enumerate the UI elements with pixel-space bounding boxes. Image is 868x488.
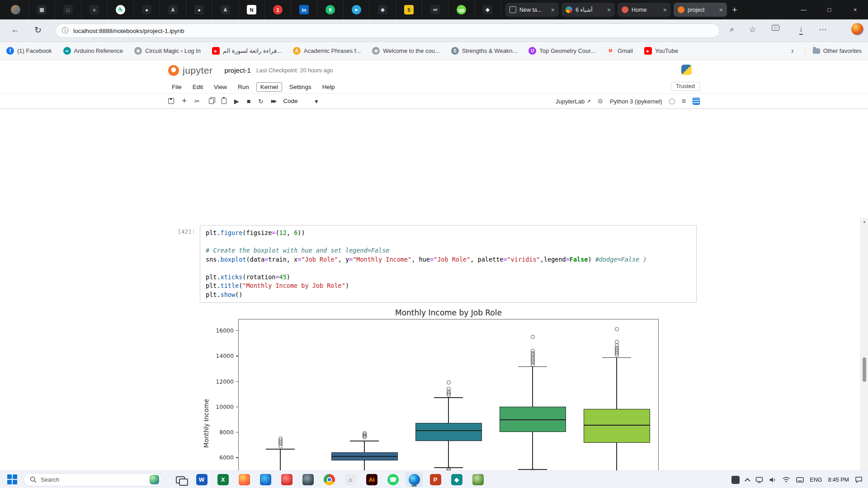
scrollbar-up-arrow[interactable]: ▲ bbox=[863, 220, 866, 224]
illustrator-icon[interactable]: Ai bbox=[363, 472, 380, 487]
open-jupyterlab-link[interactable]: JupyterLab ↗ bbox=[556, 98, 591, 105]
bookmark-item[interactable]: SStrengths & Weakn... bbox=[451, 47, 518, 55]
gear-icon[interactable]: ⚙ bbox=[597, 98, 603, 105]
menu-item-file[interactable]: File bbox=[168, 83, 185, 91]
add-cell-button[interactable]: + bbox=[182, 96, 187, 106]
url-bar[interactable]: ⓘ localhost:8888/notebooks/project-1.ipy… bbox=[55, 23, 720, 38]
pinned-tab-16[interactable]: 5 bbox=[396, 0, 422, 19]
pinned-tab-7[interactable]: ♟ bbox=[160, 0, 186, 19]
pinned-tab-8[interactable]: ● bbox=[186, 0, 212, 19]
tab-close-icon[interactable]: × bbox=[551, 7, 555, 13]
task-view-button[interactable] bbox=[172, 472, 189, 487]
start-button[interactable] bbox=[7, 474, 17, 484]
powerpoint-icon[interactable]: P bbox=[427, 472, 444, 487]
app-icon-gray[interactable] bbox=[299, 472, 316, 487]
notifications-icon[interactable] bbox=[855, 476, 863, 483]
touch-keyboard-icon[interactable] bbox=[796, 477, 804, 483]
pinned-tab-17[interactable]: ılıl bbox=[422, 0, 448, 19]
restart-kernel-button[interactable]: ↻ bbox=[258, 98, 264, 105]
app-icon-teal[interactable]: ◆ bbox=[448, 472, 465, 487]
notebook-panel-icon[interactable] bbox=[693, 98, 700, 105]
run-cell-button[interactable]: ▶ bbox=[234, 98, 239, 105]
app-icon-olive[interactable] bbox=[469, 472, 486, 487]
more-menu-icon[interactable]: ⋯ bbox=[819, 25, 826, 34]
bookmark-item[interactable]: f(1) Facebook bbox=[6, 47, 52, 55]
edge-icon[interactable] bbox=[406, 472, 423, 487]
photos-icon[interactable] bbox=[278, 472, 295, 487]
search-icon[interactable]: ⌕ bbox=[730, 25, 734, 34]
clock[interactable]: 8:45 PM bbox=[828, 477, 849, 483]
back-icon[interactable]: ← bbox=[11, 25, 19, 35]
pinned-tab-13[interactable]: fi bbox=[317, 0, 344, 19]
downloads-icon[interactable]: ↓ bbox=[799, 25, 803, 35]
tab-close-icon[interactable]: × bbox=[719, 7, 723, 13]
chrome-icon[interactable] bbox=[321, 472, 338, 487]
app-icon-light[interactable]: ⌂ bbox=[342, 472, 359, 487]
cut-cell-button[interactable]: ✂ bbox=[194, 98, 200, 105]
refresh-icon[interactable]: ↻ bbox=[34, 25, 42, 35]
trusted-badge[interactable]: Trusted bbox=[671, 82, 700, 91]
bookmark-item[interactable]: MGmail bbox=[607, 47, 633, 55]
volume-icon[interactable] bbox=[769, 477, 776, 483]
tray-app-icon[interactable] bbox=[731, 476, 740, 484]
tab-close-icon[interactable]: × bbox=[607, 7, 611, 13]
pinned-tab-11[interactable]: 1 bbox=[265, 0, 291, 19]
pinned-tab-10[interactable]: N bbox=[239, 0, 265, 19]
pinned-tab-19[interactable]: ◆ bbox=[475, 0, 501, 19]
notebook-title[interactable]: project-1 bbox=[225, 66, 251, 74]
page-scrollbar[interactable]: ▲ bbox=[860, 218, 868, 488]
tab-close-icon[interactable]: × bbox=[663, 7, 667, 13]
profile-avatar[interactable] bbox=[851, 23, 863, 35]
pinned-tab-18[interactable]: up bbox=[448, 0, 475, 19]
minimize-button[interactable]: — bbox=[791, 0, 816, 19]
pinned-tab-6[interactable]: ● bbox=[134, 0, 160, 19]
pinned-tab-15[interactable]: ◈ bbox=[370, 0, 396, 19]
bookmark-item[interactable]: ▸YouTube bbox=[644, 47, 678, 55]
pinned-tab-14[interactable]: ▸ bbox=[344, 0, 370, 19]
save-button[interactable] bbox=[168, 98, 174, 104]
menu-item-run[interactable]: Run bbox=[234, 83, 253, 91]
paste-cell-button[interactable] bbox=[222, 98, 226, 104]
language-indicator[interactable]: ENG bbox=[810, 477, 822, 483]
bookmark-item[interactable]: ⊕Welcome to the cou... bbox=[372, 47, 440, 55]
whatsapp-icon[interactable]: ☎ bbox=[384, 472, 401, 487]
word-icon[interactable]: W bbox=[193, 472, 210, 487]
excel-icon[interactable]: X bbox=[214, 472, 231, 487]
code-cell-editor[interactable]: plt.figure(figsize=(12, 6)) # Create the… bbox=[200, 225, 697, 303]
hidden-icons-chevron[interactable] bbox=[745, 478, 750, 484]
pinned-tab-4[interactable]: ≡ bbox=[81, 0, 108, 19]
pinned-tab-9[interactable]: ♟ bbox=[212, 0, 239, 19]
cell-type-dropdown[interactable]: Code ▾ bbox=[283, 98, 318, 105]
copy-cell-button[interactable] bbox=[208, 99, 214, 104]
menu-item-help[interactable]: Help bbox=[319, 83, 339, 91]
bookmark-item[interactable]: ∞Arduino Reference bbox=[63, 47, 123, 55]
pinned-tab-5[interactable]: ℞ bbox=[108, 0, 134, 19]
bookmark-item[interactable]: ▸قراءة رائعة لسورة الم... bbox=[212, 47, 282, 55]
browser-tab[interactable]: Home× bbox=[618, 3, 671, 17]
site-info-icon[interactable]: ⓘ bbox=[62, 27, 68, 35]
new-tab-button[interactable]: + bbox=[727, 3, 742, 17]
hamburger-icon[interactable]: ≡ bbox=[682, 97, 686, 105]
bookmark-item[interactable]: ⊕Circuit Magic ‹ Log In bbox=[134, 47, 201, 55]
browser-tab[interactable]: New ta...× bbox=[505, 3, 559, 17]
pinned-tab-3[interactable]: □ bbox=[55, 0, 81, 19]
scrollbar-thumb[interactable] bbox=[863, 357, 866, 382]
browser-tab[interactable]: project× bbox=[674, 3, 727, 17]
pinned-tab-2[interactable]: ▦ bbox=[29, 0, 55, 19]
menu-item-view[interactable]: View bbox=[210, 83, 231, 91]
menu-item-kernel[interactable]: Kernel bbox=[256, 82, 282, 92]
other-favorites-button[interactable]: Other favorites bbox=[805, 47, 862, 54]
favorite-star-icon[interactable]: ☆ bbox=[749, 25, 756, 34]
restart-run-all-button[interactable]: ▶▶ bbox=[271, 99, 275, 103]
kernel-name[interactable]: Python 3 (ipykernel) bbox=[610, 98, 662, 105]
favorites-bar-icon[interactable]: ☆ bbox=[772, 25, 779, 31]
url-text[interactable]: localhost:8888/notebooks/project-1.ipynb bbox=[73, 28, 184, 34]
stop-kernel-button[interactable]: ■ bbox=[247, 98, 250, 105]
wifi-icon[interactable] bbox=[782, 477, 790, 483]
pinned-tab-1[interactable] bbox=[3, 0, 29, 19]
maximize-button[interactable]: □ bbox=[816, 0, 842, 19]
display-icon[interactable] bbox=[755, 477, 763, 483]
app-icon-blue[interactable] bbox=[257, 472, 274, 487]
pinned-tab-12[interactable]: in bbox=[291, 0, 317, 19]
menu-item-edit[interactable]: Edit bbox=[189, 83, 207, 91]
